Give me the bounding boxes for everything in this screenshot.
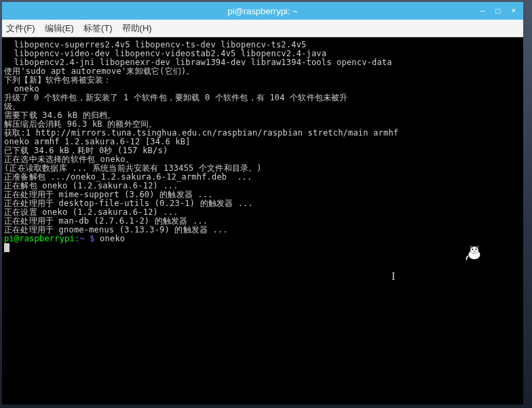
terminal-line: 下列【新】软件包将被安装：: [4, 76, 521, 85]
minimize-button[interactable]: –: [476, 5, 489, 16]
cursor-line: [4, 243, 521, 252]
prompt-command: oneko: [100, 234, 125, 243]
menu-tabs[interactable]: 标签(T): [83, 22, 113, 35]
terminal-area[interactable]: libopencv-superres2.4v5 libopencv-ts-dev…: [2, 37, 523, 405]
prompt-dollar: $: [85, 234, 100, 243]
oneko-cat-icon: [463, 243, 485, 264]
ibeam-cursor-icon: I: [392, 272, 396, 281]
cat-svg-icon: [465, 244, 484, 263]
menu-edit[interactable]: 编辑(E): [45, 22, 74, 35]
terminal-window: pi@raspberrypi: ~ – □ × 文件(F) 编辑(E) 标签(T…: [2, 2, 523, 405]
prompt-path: ~: [79, 234, 84, 243]
menu-file[interactable]: 文件(F): [6, 22, 35, 35]
prompt-user-host: pi@raspberrypi: [4, 234, 75, 243]
maximize-button[interactable]: □: [491, 5, 505, 16]
titlebar[interactable]: pi@raspberrypi: ~ – □ ×: [2, 2, 523, 20]
window-controls: – □ ×: [476, 5, 520, 16]
window-title: pi@raspberrypi: ~: [227, 6, 297, 16]
prompt-line: pi@raspberrypi:~ $ oneko: [4, 234, 521, 243]
terminal-line: 升级了 0 个软件包，新安装了 1 个软件包，要卸载 0 个软件包，有 104 …: [4, 94, 521, 102]
svg-point-2: [472, 249, 473, 250]
menu-help[interactable]: 帮助(H): [122, 22, 152, 35]
svg-point-3: [476, 249, 477, 250]
close-button[interactable]: ×: [507, 5, 520, 16]
menubar: 文件(F) 编辑(E) 标签(T) 帮助(H): [2, 20, 523, 37]
terminal-cursor: [4, 243, 10, 252]
